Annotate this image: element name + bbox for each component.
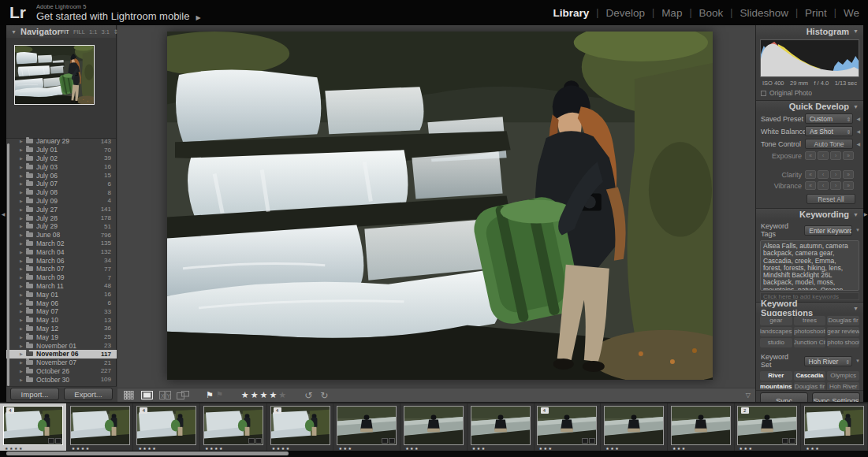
stack-count-badge[interactable]: 4 bbox=[274, 407, 281, 414]
main-photo[interactable] bbox=[167, 32, 713, 380]
disclosure-icon[interactable]: ▶ bbox=[20, 335, 26, 340]
keywording-header[interactable]: Keywording ▼ bbox=[756, 208, 863, 220]
filmstrip-cell[interactable]: ★★★ bbox=[668, 403, 735, 451]
filmstrip-cell[interactable]: 4★★★★ bbox=[0, 403, 67, 451]
folder-row[interactable]: ▶July 27141 bbox=[6, 205, 117, 214]
loupe-view-icon[interactable] bbox=[140, 390, 153, 401]
stepper-button-3[interactable]: » bbox=[843, 151, 854, 160]
folder-row[interactable]: ▶November 0721 bbox=[6, 359, 117, 367]
keyword-suggestion[interactable]: trees bbox=[794, 316, 826, 325]
folder-row[interactable]: ▶May 0733 bbox=[6, 307, 117, 316]
disclosure-icon[interactable]: ▶ bbox=[20, 351, 26, 356]
folder-row[interactable]: ▶January 29143 bbox=[6, 137, 117, 146]
disclosure-icon[interactable]: ▶ bbox=[20, 301, 26, 306]
histogram-chart[interactable] bbox=[760, 39, 859, 77]
filmstrip-cell[interactable]: ★★★ bbox=[601, 403, 668, 451]
develop-badge-icon[interactable] bbox=[389, 438, 395, 444]
star-icon[interactable]: ★ bbox=[251, 390, 260, 399]
navigator-header[interactable]: ▼ Navigator FITFILL1:13:1⇕ bbox=[6, 25, 116, 38]
disclosure-icon[interactable]: ▶ bbox=[20, 216, 26, 221]
filmstrip-thumbnail[interactable] bbox=[70, 406, 130, 445]
navigator-zoom-3-1[interactable]: 3:1 bbox=[101, 28, 109, 35]
filmstrip-cell[interactable]: ★★★ bbox=[333, 403, 400, 451]
disclosure-icon[interactable]: ▶ bbox=[20, 258, 26, 263]
stepper-button-1[interactable]: ‹ bbox=[818, 170, 829, 179]
folder-row[interactable]: ▶November 0123 bbox=[6, 341, 117, 350]
folder-row[interactable]: ▶May 066 bbox=[6, 299, 117, 307]
folder-row[interactable]: ▶July 0239 bbox=[6, 154, 117, 163]
folder-row[interactable]: ▶July 0615 bbox=[6, 171, 117, 180]
crop-badge-icon[interactable] bbox=[382, 438, 388, 444]
disclosure-icon[interactable]: ▶ bbox=[20, 326, 26, 331]
folder-row[interactable]: ▶October 26227 bbox=[6, 367, 117, 376]
import-button[interactable]: Import... bbox=[10, 388, 59, 400]
develop-badge-icon[interactable] bbox=[589, 438, 595, 444]
module-tab-library[interactable]: Library bbox=[546, 7, 597, 19]
stack-count-badge[interactable]: 4 bbox=[541, 407, 549, 414]
folder-row[interactable]: ▶May 1013 bbox=[6, 316, 117, 325]
filmstrip-thumbnail[interactable] bbox=[671, 406, 731, 445]
stepper-button-3[interactable]: » bbox=[843, 170, 854, 179]
keyword-suggestion[interactable]: studio bbox=[760, 338, 792, 347]
stepper-button-0[interactable]: « bbox=[805, 181, 816, 190]
rating-stars[interactable]: ★★★★★ bbox=[241, 390, 288, 400]
folder-row[interactable]: ▶July 2951 bbox=[6, 222, 117, 231]
disclosure-icon[interactable]: ▶ bbox=[20, 224, 26, 228]
module-tab-develop[interactable]: Develop bbox=[598, 7, 652, 19]
develop-badge-icon[interactable] bbox=[55, 438, 61, 444]
rotate-left-icon[interactable]: ↺ bbox=[304, 390, 312, 401]
keyword-suggestion[interactable]: photoshoot bbox=[794, 327, 826, 336]
auto-tone-button[interactable]: Auto Tone bbox=[805, 139, 854, 149]
folder-row[interactable]: ▶May 1236 bbox=[6, 325, 117, 333]
stack-count-badge[interactable]: 4 bbox=[140, 407, 147, 414]
crop-badge-icon[interactable] bbox=[782, 438, 788, 444]
identity-plate[interactable]: Get started with Lightroom mobile▶ bbox=[36, 10, 201, 22]
saved-preset-dropdown[interactable]: Custom⇕ bbox=[805, 113, 854, 124]
filmstrip-thumbnail[interactable] bbox=[804, 406, 864, 445]
filmstrip-scrollbar[interactable] bbox=[6, 451, 289, 455]
filmstrip-thumbnail[interactable] bbox=[604, 406, 664, 445]
stepper-button-0[interactable]: « bbox=[805, 170, 816, 179]
disclosure-icon[interactable]: ▶ bbox=[20, 377, 26, 382]
keyword-set-item[interactable]: Olympics bbox=[827, 371, 859, 381]
filmstrip-cell[interactable]: ★★★★ bbox=[67, 403, 134, 451]
navigator-zoom-1-1[interactable]: 1:1 bbox=[89, 28, 97, 35]
keyword-set-item[interactable]: River bbox=[760, 371, 792, 381]
disclosure-icon[interactable]: ▶ bbox=[20, 190, 26, 195]
develop-badge-icon[interactable] bbox=[255, 438, 262, 444]
disclosure-icon[interactable]: ▶ bbox=[20, 309, 26, 314]
stepper-button-0[interactable]: « bbox=[805, 151, 816, 160]
left-panel-collapse-strip[interactable]: ◀ bbox=[0, 25, 6, 402]
module-tab-print[interactable]: Print bbox=[798, 7, 834, 19]
module-tab-we[interactable]: We bbox=[836, 7, 866, 19]
folder-row[interactable]: ▶June 08796 bbox=[6, 231, 117, 240]
reset-all-button[interactable]: Reset All bbox=[807, 194, 855, 204]
folder-row[interactable]: ▶October 30109 bbox=[6, 375, 117, 383]
disclosure-icon[interactable]: ▶ bbox=[20, 173, 26, 178]
right-panel-collapse-strip[interactable]: ▶ bbox=[863, 25, 868, 402]
folder-row[interactable]: ▶March 0634 bbox=[6, 256, 117, 265]
filmstrip-cell[interactable]: ★★★ bbox=[801, 403, 868, 451]
disclosure-icon[interactable]: ▶ bbox=[20, 156, 26, 161]
keyword-set-dropdown[interactable]: Hoh River⇕ bbox=[804, 356, 852, 366]
keyword-suggestion[interactable]: landscapes bbox=[760, 327, 792, 336]
folder-row[interactable]: ▶July 088 bbox=[6, 188, 117, 197]
navigator-zoom-fit[interactable]: FIT bbox=[61, 28, 69, 35]
star-icon[interactable]: ★ bbox=[269, 390, 278, 399]
stepper-button-1[interactable]: ‹ bbox=[818, 151, 829, 160]
disclosure-icon[interactable]: ▶ bbox=[20, 292, 26, 297]
module-tab-book[interactable]: Book bbox=[692, 7, 731, 19]
filmstrip-thumbnail[interactable] bbox=[404, 406, 464, 445]
crop-badge-icon[interactable] bbox=[48, 438, 54, 444]
stepper-button-1[interactable]: ‹ bbox=[818, 181, 829, 190]
quick-develop-header[interactable]: Quick Develop ▼ bbox=[756, 100, 863, 112]
folder-row[interactable]: ▶July 076 bbox=[6, 180, 117, 188]
folder-row[interactable]: ▶May 0116 bbox=[6, 290, 117, 299]
keyword-suggestion[interactable]: gear bbox=[760, 316, 792, 325]
disclosure-icon[interactable]: ▶ bbox=[20, 147, 26, 152]
stepper-button-2[interactable]: › bbox=[830, 181, 841, 190]
folder-row[interactable]: ▶March 04132 bbox=[6, 247, 117, 256]
disclosure-icon[interactable]: ▶ bbox=[20, 250, 26, 255]
stepper-button-2[interactable]: › bbox=[830, 170, 841, 179]
folder-row[interactable]: ▶July 0316 bbox=[6, 162, 117, 171]
